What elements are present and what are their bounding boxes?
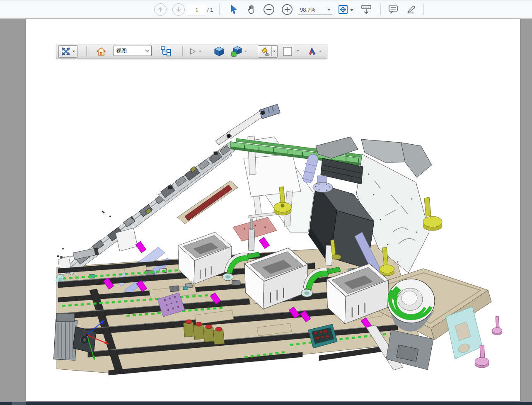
- projection-button[interactable]: [213, 45, 225, 58]
- fit-page-button[interactable]: [336, 3, 350, 16]
- chevron-down-icon: [145, 49, 149, 52]
- toolbar-separator: [182, 46, 183, 57]
- previous-page-button[interactable]: [154, 3, 167, 16]
- teal-panel: [446, 307, 482, 359]
- fit-page-caret-icon[interactable]: [350, 9, 353, 11]
- model-tree-icon: [161, 46, 172, 57]
- taskbar[interactable]: [0, 402, 532, 405]
- highlight-button[interactable]: [405, 3, 418, 16]
- 3d-model-canvas[interactable]: [26, 19, 520, 401]
- document-canvas: 视图: [0, 19, 532, 402]
- render-mode-caret-icon: [244, 51, 247, 52]
- comment-button[interactable]: [387, 3, 400, 16]
- hand-icon: [246, 4, 257, 15]
- button-divider: [271, 46, 272, 56]
- zoom-level-value: 98.7%: [300, 7, 315, 13]
- model-tree-button[interactable]: [160, 45, 172, 58]
- pdf-page: 视图: [26, 19, 520, 401]
- lighting-button[interactable]: [258, 45, 278, 58]
- play-caret-icon: [199, 51, 201, 52]
- next-page-button[interactable]: [172, 3, 185, 16]
- caret-down-icon: [327, 9, 331, 11]
- orbit-arrows-icon: [61, 46, 71, 56]
- top-toolbar: / 1 98.7%: [0, 0, 532, 19]
- home-view-button[interactable]: [95, 45, 107, 58]
- zoom-level-dropdown[interactable]: 98.7%: [298, 5, 332, 15]
- page-number-input[interactable]: [187, 5, 206, 15]
- zoom-out-button[interactable]: [262, 3, 276, 16]
- collapse-toolbar-button[interactable]: [360, 3, 373, 16]
- marker-pen-icon: [406, 4, 417, 15]
- view-dropdown[interactable]: 视图: [114, 46, 152, 56]
- cursor-arrow-icon: [229, 4, 239, 15]
- home-icon: [96, 46, 106, 56]
- toolbar-separator: [380, 4, 381, 15]
- 3d-viewer-toolbar: 视图: [56, 44, 327, 59]
- view-dropdown-value: 视图: [116, 47, 127, 55]
- toolbar-separator: [86, 46, 87, 57]
- lamp-icon: [260, 46, 270, 56]
- render-mode-icon: [231, 46, 242, 57]
- play-icon: [189, 46, 197, 57]
- background-caret-icon[interactable]: [297, 50, 299, 52]
- taskbar-item[interactable]: [12, 402, 26, 405]
- cross-section-button[interactable]: [308, 45, 322, 58]
- play-animation-button[interactable]: [189, 45, 201, 58]
- select-tool-button[interactable]: [227, 3, 240, 16]
- background-swatch-icon: [283, 46, 293, 56]
- arrow-up-icon: [157, 6, 164, 13]
- collapse-toolbar-icon: [360, 4, 372, 15]
- fit-page-icon: [338, 4, 348, 15]
- cross-section-caret-icon: [319, 51, 322, 52]
- zoom-in-button[interactable]: [281, 3, 294, 16]
- cross-section-icon: [308, 46, 317, 57]
- lighting-caret-icon: [273, 51, 276, 52]
- render-mode-button[interactable]: [230, 45, 249, 58]
- toolbar-separator: [219, 4, 220, 15]
- hand-tool-button[interactable]: [245, 3, 258, 16]
- arrow-down-icon: [175, 6, 182, 13]
- cube-icon: [214, 46, 225, 57]
- comment-bubble-icon: [388, 4, 399, 15]
- toolbar-separator: [423, 4, 424, 15]
- orbit-tool-caret-icon: [73, 51, 75, 52]
- minus-circle-icon: [263, 4, 275, 15]
- page-count-label: / 1: [207, 7, 213, 13]
- background-color-button[interactable]: [282, 45, 293, 58]
- orbit-tool-button[interactable]: [58, 45, 77, 58]
- plus-circle-icon: [281, 4, 293, 15]
